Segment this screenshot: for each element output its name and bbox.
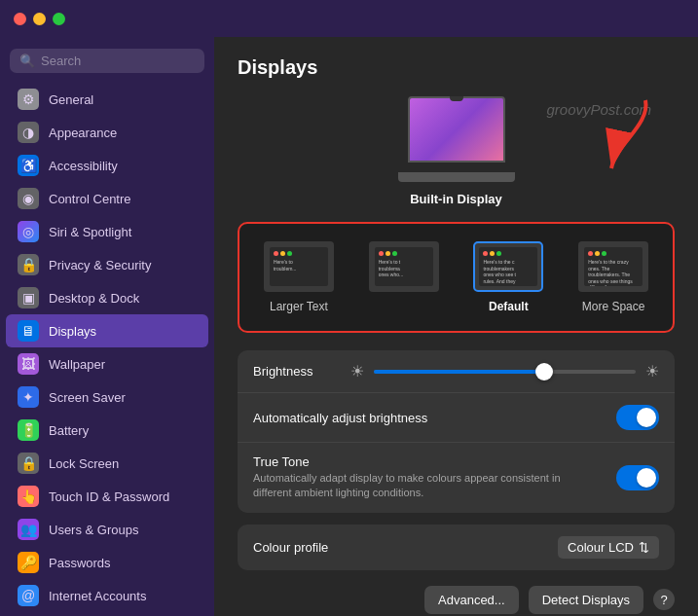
siri-icon: ◎ [18, 221, 39, 242]
resolution-options: Here's totroublem... Larger Text Here's … [238, 222, 675, 333]
sidebar-item-battery[interactable]: 🔋 Battery [6, 414, 208, 447]
resolution-more[interactable]: Here's to the crazy ones. The troublemak… [570, 237, 656, 317]
display-name: Built-in Display [410, 192, 502, 206]
res-label-larger: Larger Text [270, 300, 328, 313]
sidebar-item-appearance[interactable]: ◑ Appearance [6, 116, 208, 149]
true-tone-toggle[interactable] [616, 465, 659, 490]
sidebar-item-displays[interactable]: 🖥 Displays [6, 314, 208, 347]
page-title: Displays [238, 56, 675, 79]
titlebar [0, 0, 698, 37]
search-input[interactable] [41, 54, 195, 68]
users-icon: 👥 [18, 519, 39, 540]
true-tone-sublabel: Automatically adapt display to make colo… [253, 471, 584, 501]
colour-profile-row: Colour profile Colour LCD ⇅ [238, 525, 675, 570]
sidebar-item-lock[interactable]: 🔒 Lock Screen [6, 447, 208, 480]
sidebar-item-siri[interactable]: ◎ Siri & Spotlight [6, 215, 208, 248]
sidebar-item-wallpaper[interactable]: 🖼 Wallpaper [6, 347, 208, 380]
lock-icon: 🔒 [18, 453, 39, 474]
privacy-icon: 🔒 [18, 254, 39, 275]
traffic-lights [14, 13, 65, 25]
battery-icon: 🔋 [18, 419, 39, 441]
sidebar-item-touchid[interactable]: 👆 Touch ID & Password [6, 480, 208, 513]
sidebar-item-control[interactable]: ◉ Control Centre [6, 182, 208, 215]
true-tone-row: True Tone Automatically adapt display to… [238, 443, 675, 513]
maximize-button[interactable] [53, 13, 65, 25]
help-button[interactable]: ? [653, 589, 675, 610]
brightness-slider-fill [374, 370, 544, 374]
colour-profile-dropdown[interactable]: Colour LCD ⇅ [558, 536, 659, 559]
screensaver-icon: ✦ [18, 386, 39, 408]
auto-brightness-row: Automatically adjust brightness [238, 393, 675, 443]
appearance-icon: ◑ [18, 122, 39, 143]
sun-dim-icon: ☀ [350, 362, 364, 380]
sidebar-item-users[interactable]: 👥 Users & Groups [6, 513, 208, 546]
res-thumb-medium: Here's to ttroublemaones who... [369, 241, 439, 292]
search-icon: 🔍 [19, 54, 35, 68]
control-icon: ◉ [18, 188, 39, 209]
brightness-label: Brightness [253, 364, 341, 379]
auto-brightness-label: Automatically adjust brightness [253, 411, 427, 425]
internet-icon: @ [18, 585, 39, 606]
bottom-bar: Advanced... Detect Displays ? [238, 586, 675, 614]
sidebar-item-internet[interactable]: @ Internet Accounts [6, 579, 208, 612]
advanced-button[interactable]: Advanced... [424, 586, 519, 614]
sun-bright-icon: ☀ [645, 362, 659, 380]
res-label-more: More Space [582, 300, 645, 313]
general-icon: ⚙ [18, 89, 39, 110]
brightness-slider-track[interactable] [374, 370, 636, 374]
res-thumb-larger: Here's totroublem... [264, 241, 334, 292]
minimize-button[interactable] [33, 13, 46, 25]
displays-icon: 🖥 [18, 320, 39, 342]
accessibility-icon: ♿ [18, 155, 39, 176]
watermark-text: groovyPost.com [546, 101, 651, 118]
touchid-icon: 👆 [18, 486, 39, 507]
close-button[interactable] [14, 13, 26, 25]
res-label-default: Default [489, 300, 529, 313]
colour-profile-label: Colour profile [253, 540, 328, 555]
brightness-row: Brightness ☀ ☀ [238, 350, 675, 393]
sidebar-item-general[interactable]: ⚙ General [6, 83, 208, 116]
sidebar-item-gamecenter[interactable]: 🎮 Game Center [6, 612, 208, 616]
true-tone-label: True Tone [253, 454, 584, 469]
sidebar: 🔍 ⚙ General ◑ Appearance ♿ Accessibility… [0, 37, 214, 616]
res-thumb-more: Here's to the crazy ones. The troublemak… [578, 241, 648, 292]
desktop-icon: ▣ [18, 287, 39, 308]
sidebar-item-desktop[interactable]: ▣ Desktop & Dock [6, 281, 208, 314]
res-thumb-default: Here's to the ctroublemakersones who see… [473, 241, 543, 292]
sidebar-item-accessibility[interactable]: ♿ Accessibility [6, 149, 208, 182]
sidebar-item-privacy[interactable]: 🔒 Privacy & Security [6, 248, 208, 281]
colour-profile-section: Colour profile Colour LCD ⇅ [238, 525, 675, 570]
wallpaper-icon: 🖼 [18, 353, 39, 375]
sidebar-item-passwords[interactable]: 🔑 Passwords [6, 546, 208, 579]
passwords-icon: 🔑 [18, 552, 39, 573]
auto-brightness-toggle[interactable] [616, 405, 659, 430]
search-box[interactable]: 🔍 [10, 49, 204, 73]
main-content: groovyPost.com Displays Built-in Display [214, 37, 698, 616]
brightness-slider-thumb[interactable] [535, 363, 553, 380]
settings-section: Brightness ☀ ☀ Automatically adjust brig… [238, 350, 675, 513]
resolution-larger[interactable]: Here's totroublem... Larger Text [256, 237, 342, 317]
resolution-default[interactable]: Here's to the ctroublemakersones who see… [465, 237, 551, 317]
detect-displays-button[interactable]: Detect Displays [529, 586, 643, 614]
resolution-medium[interactable]: Here's to ttroublemaones who... [361, 237, 447, 317]
laptop-image [398, 96, 515, 182]
sidebar-item-screensaver[interactable]: ✦ Screen Saver [6, 380, 208, 414]
